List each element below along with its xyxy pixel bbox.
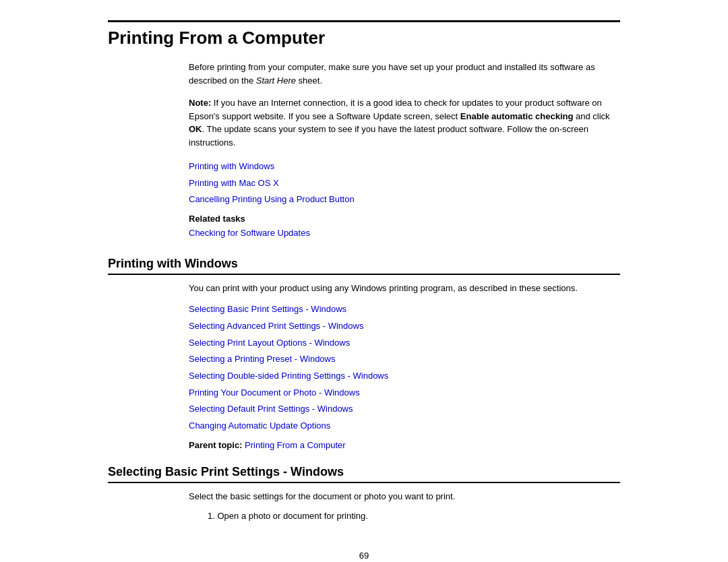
- section1-description: You can print with your product using an…: [189, 282, 620, 295]
- page-number: 69: [108, 551, 620, 561]
- section1-title: Printing with Windows: [108, 257, 620, 275]
- section1-link-7[interactable]: Selecting Default Print Settings - Windo…: [189, 401, 620, 418]
- related-tasks-label: Related tasks: [189, 214, 620, 224]
- intro-text-before: Before printing from your computer, make…: [189, 62, 595, 86]
- section1-link-6[interactable]: Printing Your Document or Photo - Window…: [189, 385, 620, 402]
- link-printing-preset[interactable]: Selecting a Printing Preset - Windows: [189, 354, 335, 364]
- parent-topic-link[interactable]: Printing From a Computer: [245, 440, 346, 450]
- page-title: Printing From a Computer: [108, 28, 620, 49]
- note-label: Note:: [189, 98, 211, 108]
- note-middle: and click: [573, 111, 609, 121]
- link-advanced-print[interactable]: Selecting Advanced Print Settings - Wind…: [189, 321, 363, 331]
- section1-link-1[interactable]: Selecting Basic Print Settings - Windows: [189, 301, 620, 318]
- link-auto-update[interactable]: Changing Automatic Update Options: [189, 420, 330, 431]
- page-container: Printing From a Computer Before printing…: [108, 0, 620, 562]
- toc-links-group: Printing with Windows Printing with Mac …: [189, 158, 620, 208]
- toc-link-3[interactable]: Cancelling Printing Using a Product Butt…: [189, 191, 620, 208]
- section1-link-8[interactable]: Changing Automatic Update Options: [189, 418, 620, 435]
- note-end: . The update scans your system to see if…: [189, 124, 588, 148]
- steps-list: Open a photo or document for printing.: [208, 509, 620, 524]
- intro-italic: Start Here: [256, 75, 296, 86]
- link-basic-print[interactable]: Selecting Basic Print Settings - Windows: [189, 304, 346, 314]
- related-links-group: Checking for Software Updates: [189, 225, 620, 242]
- note-ok: OK: [189, 124, 202, 134]
- related-link-checking[interactable]: Checking for Software Updates: [189, 228, 310, 238]
- toc-link-windows[interactable]: Printing with Windows: [189, 161, 274, 171]
- section2-description: Select the basic settings for the docume…: [189, 490, 620, 503]
- link-double-sided[interactable]: Selecting Double-sided Printing Settings…: [189, 371, 388, 381]
- section1-link-3[interactable]: Selecting Print Layout Options - Windows: [189, 335, 620, 352]
- link-print-layout[interactable]: Selecting Print Layout Options - Windows: [189, 338, 350, 348]
- related-link-1[interactable]: Checking for Software Updates: [189, 225, 620, 242]
- toc-link-1[interactable]: Printing with Windows: [189, 158, 620, 175]
- section1-links-group: Selecting Basic Print Settings - Windows…: [189, 301, 620, 435]
- toc-link-cancel[interactable]: Cancelling Printing Using a Product Butt…: [189, 194, 355, 204]
- toc-link-mac[interactable]: Printing with Mac OS X: [189, 178, 279, 188]
- toc-link-2[interactable]: Printing with Mac OS X: [189, 175, 620, 192]
- parent-topic-line: Parent topic: Printing From a Computer: [189, 440, 620, 450]
- link-print-doc[interactable]: Printing Your Document or Photo - Window…: [189, 387, 360, 398]
- parent-topic-label: Parent topic:: [189, 440, 242, 450]
- section1-link-5[interactable]: Selecting Double-sided Printing Settings…: [189, 368, 620, 385]
- section1-link-4[interactable]: Selecting a Printing Preset - Windows: [189, 351, 620, 368]
- note-block: Note: If you have an Internet connection…: [189, 96, 620, 149]
- note-bold-enable: Enable automatic checking: [460, 111, 574, 121]
- top-divider: [108, 20, 620, 22]
- section1-link-2[interactable]: Selecting Advanced Print Settings - Wind…: [189, 318, 620, 335]
- step-1-text: Open a photo or document for printing.: [217, 511, 367, 521]
- link-default-settings[interactable]: Selecting Default Print Settings - Windo…: [189, 404, 353, 414]
- step-1: Open a photo or document for printing.: [208, 509, 620, 524]
- section2-title: Selecting Basic Print Settings - Windows: [108, 465, 620, 483]
- intro-block: Before printing from your computer, make…: [189, 61, 620, 87]
- intro-text-after: sheet.: [296, 75, 322, 86]
